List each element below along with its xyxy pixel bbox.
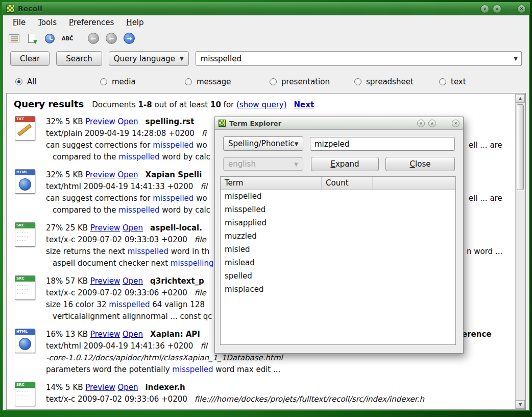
clear-search-icon[interactable] bbox=[7, 32, 20, 45]
results-scrollbar[interactable]: ▲ ▼ bbox=[515, 94, 525, 409]
filter-media-radio[interactable]: media bbox=[100, 77, 185, 86]
term-row[interactable]: muzzled bbox=[221, 230, 455, 243]
text-segment: 18% 57 KB bbox=[46, 276, 90, 286]
menu-file[interactable]: File bbox=[8, 16, 30, 29]
close-button[interactable]: ✕ bbox=[517, 5, 526, 13]
term-row[interactable]: spelled bbox=[221, 270, 455, 283]
term-explorer-title: Term Explorer bbox=[229, 120, 414, 127]
html-file-icon: HTML bbox=[14, 169, 36, 195]
preview-link[interactable]: Preview bbox=[90, 223, 120, 233]
text-segment: n word ... bbox=[467, 246, 502, 258]
term-row[interactable]: misled bbox=[221, 243, 455, 257]
unshade-button[interactable]: ∧ bbox=[493, 5, 501, 13]
history-icon[interactable] bbox=[43, 32, 56, 45]
text-segment: out of at least bbox=[152, 100, 210, 109]
term-row[interactable]: misspelled bbox=[221, 203, 455, 217]
dialog-close-action-button[interactable]: Close bbox=[385, 157, 455, 171]
term-row[interactable]: misplaced bbox=[221, 283, 455, 296]
filter-spreadsheet-radio[interactable]: spreadsheet bbox=[354, 77, 439, 86]
open-link[interactable]: Open bbox=[123, 330, 143, 339]
highlighted-term: misspelled bbox=[109, 300, 150, 309]
count-cell bbox=[322, 257, 373, 270]
radio-icon bbox=[270, 78, 277, 85]
preview-link[interactable]: Preview bbox=[85, 383, 115, 392]
text-segment: ell ... are bbox=[469, 193, 502, 204]
open-link[interactable]: Open bbox=[118, 117, 138, 126]
highlighted-term: misspelled bbox=[153, 194, 194, 203]
count-cell bbox=[322, 203, 373, 217]
term-cell: misspelled bbox=[221, 203, 322, 217]
term-row[interactable]: mislead bbox=[221, 257, 455, 270]
radio-icon bbox=[354, 78, 361, 85]
term-cell: muzzled bbox=[221, 230, 322, 243]
menu-tools[interactable]: Tools bbox=[33, 16, 61, 29]
menu-preferences[interactable]: Preferences bbox=[64, 16, 118, 29]
preview-link[interactable]: Preview bbox=[90, 330, 120, 339]
clear-button[interactable]: Clear bbox=[10, 51, 50, 66]
text-segment: compared to the bbox=[53, 205, 118, 215]
text-segment: Xapian: API bbox=[150, 330, 200, 339]
first-page-icon[interactable]: ← bbox=[87, 32, 100, 45]
expand-button[interactable]: Expand bbox=[311, 157, 379, 171]
dialog-close-button[interactable]: ✕ bbox=[452, 120, 460, 127]
open-link[interactable]: Open bbox=[118, 170, 138, 179]
term-row[interactable]: misapplied bbox=[221, 217, 455, 230]
text-segment: erence bbox=[462, 329, 492, 340]
menu-help[interactable]: Help bbox=[122, 16, 148, 29]
scroll-up-icon[interactable]: ▲ bbox=[516, 94, 525, 103]
chevron-down-icon: ▼ bbox=[180, 56, 184, 61]
radio-icon bbox=[15, 78, 22, 85]
filter-presentation-radio[interactable]: presentation bbox=[270, 77, 354, 86]
scrollbar-thumb[interactable] bbox=[517, 104, 524, 190]
search-input[interactable] bbox=[196, 51, 522, 66]
toolbar: ABĈ←←→ bbox=[7, 30, 136, 47]
count-cell bbox=[322, 230, 373, 243]
filter-label: message bbox=[197, 77, 231, 86]
highlighted-term: misspelled bbox=[128, 247, 168, 256]
titlebar: Recoll ∨ ∧ ✕ bbox=[2, 2, 530, 15]
expansion-mode-combo[interactable]: Spelling/Phonetic ▼ bbox=[223, 136, 303, 151]
next-page-icon[interactable]: → bbox=[123, 32, 136, 45]
text-segment: aspell-local. bbox=[150, 223, 202, 233]
text-segment: 1-8 bbox=[138, 100, 152, 109]
preview-link[interactable]: Preview bbox=[85, 170, 115, 179]
dialog-unshade-button[interactable]: ∧ bbox=[428, 120, 436, 127]
preview-link[interactable]: Preview bbox=[90, 276, 120, 286]
term-input[interactable] bbox=[310, 137, 455, 151]
show-query-link[interactable]: (show query) bbox=[236, 100, 287, 109]
open-link[interactable]: Open bbox=[123, 276, 143, 286]
search-history-arrow-icon[interactable]: ▼ bbox=[514, 56, 518, 61]
search-button[interactable]: Search bbox=[56, 51, 102, 66]
count-cell bbox=[322, 190, 373, 203]
scroll-down-icon[interactable]: ▼ bbox=[516, 400, 525, 409]
chevron-down-icon: ▼ bbox=[294, 161, 298, 167]
open-link[interactable]: Open bbox=[118, 383, 138, 392]
term-explorer-icon[interactable]: ABĈ bbox=[61, 32, 74, 45]
dialog-shade-button[interactable]: ∨ bbox=[417, 120, 425, 127]
text-segment: 16% 13 KB bbox=[46, 330, 90, 339]
globe-glyph bbox=[19, 178, 31, 191]
filter-text-radio[interactable]: text bbox=[439, 77, 524, 86]
filter-all-radio[interactable]: All bbox=[15, 77, 100, 86]
html-file-icon: HTML bbox=[14, 329, 36, 354]
text-segment: 27% 25 KB bbox=[46, 223, 90, 233]
next-page-link[interactable]: Next bbox=[294, 100, 315, 109]
radio-icon bbox=[439, 78, 446, 85]
result-line: text/x-c 2009-07-02 09:33:06 +0200file:/… bbox=[46, 393, 515, 405]
preview-link[interactable]: Preview bbox=[85, 117, 115, 126]
filter-message-radio[interactable]: message bbox=[185, 77, 270, 86]
query-language-combo[interactable]: Query language ▼ bbox=[109, 51, 189, 66]
pencil-glyph bbox=[17, 124, 32, 136]
count-cell bbox=[322, 217, 373, 230]
text-segment: file bbox=[195, 235, 206, 244]
term-row[interactable]: mispelled bbox=[221, 190, 455, 203]
prev-page-icon[interactable]: ← bbox=[105, 32, 118, 45]
shade-button[interactable]: ∨ bbox=[480, 5, 489, 13]
term-column-header[interactable]: Term bbox=[221, 177, 322, 190]
text-segment: file bbox=[195, 288, 206, 297]
text-segment: file:///home/dockes/projets/fulltext/rec… bbox=[195, 395, 424, 404]
update-index-icon[interactable] bbox=[25, 32, 38, 45]
open-link[interactable]: Open bbox=[123, 223, 143, 233]
text-segment: wo bbox=[194, 141, 207, 150]
count-column-header[interactable]: Count bbox=[322, 177, 373, 190]
